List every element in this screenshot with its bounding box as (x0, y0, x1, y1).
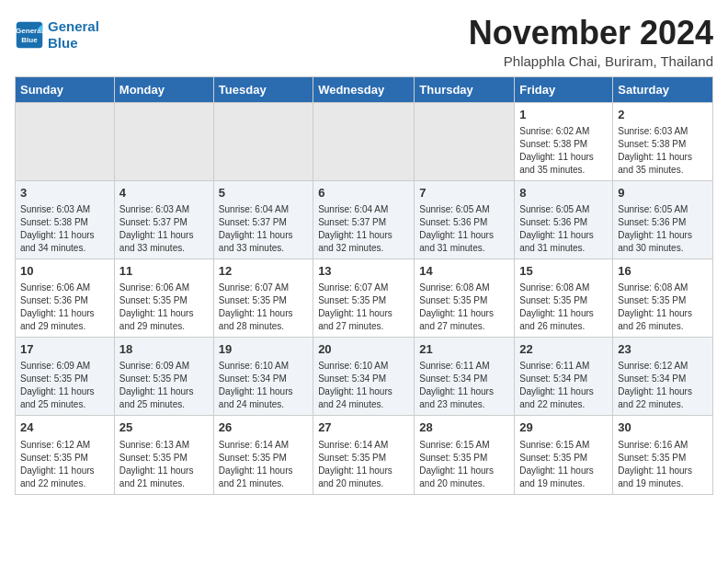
day-info: Sunrise: 6:12 AM Sunset: 5:35 PM Dayligh… (20, 439, 109, 490)
day-number: 21 (419, 341, 509, 358)
calendar-cell: 20Sunrise: 6:10 AM Sunset: 5:34 PM Dayli… (313, 338, 415, 416)
day-info: Sunrise: 6:15 AM Sunset: 5:35 PM Dayligh… (519, 439, 608, 490)
calendar-cell: 1Sunrise: 6:02 AM Sunset: 5:38 PM Daylig… (515, 102, 613, 180)
day-info: Sunrise: 6:07 AM Sunset: 5:35 PM Dayligh… (318, 282, 409, 333)
day-info: Sunrise: 6:03 AM Sunset: 5:37 PM Dayligh… (119, 203, 209, 255)
day-number: 20 (318, 341, 409, 358)
day-number: 23 (618, 341, 708, 358)
calendar-week-5: 24Sunrise: 6:12 AM Sunset: 5:35 PM Dayli… (16, 416, 713, 494)
header-cell-friday: Friday (515, 76, 613, 102)
calendar-cell: 4Sunrise: 6:03 AM Sunset: 5:37 PM Daylig… (114, 180, 213, 259)
day-info: Sunrise: 6:05 AM Sunset: 5:36 PM Dayligh… (618, 203, 708, 255)
day-info: Sunrise: 6:08 AM Sunset: 5:35 PM Dayligh… (519, 282, 608, 333)
day-info: Sunrise: 6:14 AM Sunset: 5:35 PM Dayligh… (318, 439, 409, 490)
day-number: 7 (419, 185, 509, 201)
day-number: 16 (618, 263, 708, 280)
day-info: Sunrise: 6:09 AM Sunset: 5:35 PM Dayligh… (119, 360, 209, 411)
calendar-cell: 15Sunrise: 6:08 AM Sunset: 5:35 PM Dayli… (515, 259, 613, 337)
day-info: Sunrise: 6:05 AM Sunset: 5:36 PM Dayligh… (519, 203, 608, 255)
header-cell-wednesday: Wednesday (313, 76, 415, 102)
day-info: Sunrise: 6:11 AM Sunset: 5:34 PM Dayligh… (419, 360, 509, 411)
calendar-cell: 28Sunrise: 6:15 AM Sunset: 5:35 PM Dayli… (415, 416, 515, 494)
day-info: Sunrise: 6:14 AM Sunset: 5:35 PM Dayligh… (219, 439, 308, 490)
calendar-cell: 13Sunrise: 6:07 AM Sunset: 5:35 PM Dayli… (313, 259, 415, 337)
calendar-cell: 18Sunrise: 6:09 AM Sunset: 5:35 PM Dayli… (114, 338, 213, 416)
day-number: 29 (519, 419, 608, 436)
calendar-cell (313, 102, 415, 180)
calendar-cell: 10Sunrise: 6:06 AM Sunset: 5:36 PM Dayli… (16, 259, 115, 337)
location-subtitle: Phlapphla Chai, Buriram, Thailand (469, 53, 713, 69)
calendar-cell: 9Sunrise: 6:05 AM Sunset: 5:36 PM Daylig… (613, 180, 713, 259)
day-number: 30 (618, 419, 708, 436)
calendar-cell: 17Sunrise: 6:09 AM Sunset: 5:35 PM Dayli… (16, 338, 115, 416)
calendar-cell (415, 102, 515, 180)
calendar-cell: 25Sunrise: 6:13 AM Sunset: 5:35 PM Dayli… (114, 416, 213, 494)
calendar-cell: 26Sunrise: 6:14 AM Sunset: 5:35 PM Dayli… (213, 416, 313, 494)
day-number: 10 (20, 263, 109, 280)
day-info: Sunrise: 6:03 AM Sunset: 5:38 PM Dayligh… (20, 203, 109, 255)
page-header: General Blue General Blue November 2024 … (15, 15, 713, 69)
calendar-cell: 23Sunrise: 6:12 AM Sunset: 5:34 PM Dayli… (613, 338, 713, 416)
calendar-cell: 16Sunrise: 6:08 AM Sunset: 5:35 PM Dayli… (613, 259, 713, 337)
day-info: Sunrise: 6:04 AM Sunset: 5:37 PM Dayligh… (318, 203, 409, 255)
calendar-cell: 19Sunrise: 6:10 AM Sunset: 5:34 PM Dayli… (213, 338, 313, 416)
day-info: Sunrise: 6:04 AM Sunset: 5:37 PM Dayligh… (219, 203, 308, 255)
day-info: Sunrise: 6:07 AM Sunset: 5:35 PM Dayligh… (219, 282, 308, 333)
day-number: 14 (419, 263, 509, 280)
day-number: 24 (20, 419, 109, 436)
day-info: Sunrise: 6:06 AM Sunset: 5:35 PM Dayligh… (119, 282, 209, 333)
calendar-cell: 8Sunrise: 6:05 AM Sunset: 5:36 PM Daylig… (515, 180, 613, 259)
day-number: 5 (219, 185, 308, 201)
day-info: Sunrise: 6:10 AM Sunset: 5:34 PM Dayligh… (219, 360, 308, 411)
logo-icon: General Blue (15, 20, 44, 50)
calendar-week-4: 17Sunrise: 6:09 AM Sunset: 5:35 PM Dayli… (16, 338, 713, 416)
calendar-week-3: 10Sunrise: 6:06 AM Sunset: 5:36 PM Dayli… (16, 259, 713, 337)
day-number: 27 (318, 419, 409, 436)
calendar-week-1: 1Sunrise: 6:02 AM Sunset: 5:38 PM Daylig… (16, 102, 713, 180)
day-number: 4 (119, 185, 209, 201)
day-number: 12 (219, 263, 308, 280)
header-cell-thursday: Thursday (415, 76, 515, 102)
header-cell-monday: Monday (114, 76, 213, 102)
day-info: Sunrise: 6:08 AM Sunset: 5:35 PM Dayligh… (419, 282, 509, 333)
header-row: SundayMondayTuesdayWednesdayThursdayFrid… (16, 76, 713, 102)
calendar-week-2: 3Sunrise: 6:03 AM Sunset: 5:38 PM Daylig… (16, 180, 713, 259)
day-number: 22 (519, 341, 608, 358)
calendar-cell: 30Sunrise: 6:16 AM Sunset: 5:35 PM Dayli… (613, 416, 713, 494)
day-info: Sunrise: 6:03 AM Sunset: 5:38 PM Dayligh… (618, 125, 708, 177)
day-number: 19 (219, 341, 308, 358)
day-info: Sunrise: 6:02 AM Sunset: 5:38 PM Dayligh… (519, 125, 608, 177)
day-number: 28 (419, 419, 509, 436)
header-cell-tuesday: Tuesday (213, 76, 313, 102)
calendar-cell: 7Sunrise: 6:05 AM Sunset: 5:36 PM Daylig… (415, 180, 515, 259)
calendar-cell (16, 102, 115, 180)
day-info: Sunrise: 6:12 AM Sunset: 5:34 PM Dayligh… (618, 360, 708, 411)
day-number: 1 (519, 107, 608, 123)
calendar-cell: 2Sunrise: 6:03 AM Sunset: 5:38 PM Daylig… (613, 102, 713, 180)
day-number: 9 (618, 185, 708, 201)
calendar-cell (213, 102, 313, 180)
logo-text: General Blue (48, 18, 99, 52)
calendar-cell: 21Sunrise: 6:11 AM Sunset: 5:34 PM Dayli… (415, 338, 515, 416)
calendar-cell: 24Sunrise: 6:12 AM Sunset: 5:35 PM Dayli… (16, 416, 115, 494)
day-number: 6 (318, 185, 409, 201)
day-number: 8 (519, 185, 608, 201)
day-number: 11 (119, 263, 209, 280)
logo: General Blue General Blue (15, 18, 99, 52)
calendar-body: 1Sunrise: 6:02 AM Sunset: 5:38 PM Daylig… (16, 102, 713, 494)
header-cell-saturday: Saturday (613, 76, 713, 102)
calendar-cell: 29Sunrise: 6:15 AM Sunset: 5:35 PM Dayli… (515, 416, 613, 494)
day-number: 25 (119, 419, 209, 436)
calendar-cell: 5Sunrise: 6:04 AM Sunset: 5:37 PM Daylig… (213, 180, 313, 259)
day-number: 15 (519, 263, 608, 280)
day-number: 13 (318, 263, 409, 280)
day-info: Sunrise: 6:05 AM Sunset: 5:36 PM Dayligh… (419, 203, 509, 255)
calendar-cell: 11Sunrise: 6:06 AM Sunset: 5:35 PM Dayli… (114, 259, 213, 337)
calendar-header: SundayMondayTuesdayWednesdayThursdayFrid… (16, 76, 713, 102)
calendar-cell: 22Sunrise: 6:11 AM Sunset: 5:34 PM Dayli… (515, 338, 613, 416)
calendar-cell: 27Sunrise: 6:14 AM Sunset: 5:35 PM Dayli… (313, 416, 415, 494)
svg-text:Blue: Blue (21, 36, 38, 44)
title-area: November 2024 Phlapphla Chai, Buriram, T… (469, 15, 713, 69)
day-number: 3 (20, 185, 109, 201)
calendar-cell: 14Sunrise: 6:08 AM Sunset: 5:35 PM Dayli… (415, 259, 515, 337)
